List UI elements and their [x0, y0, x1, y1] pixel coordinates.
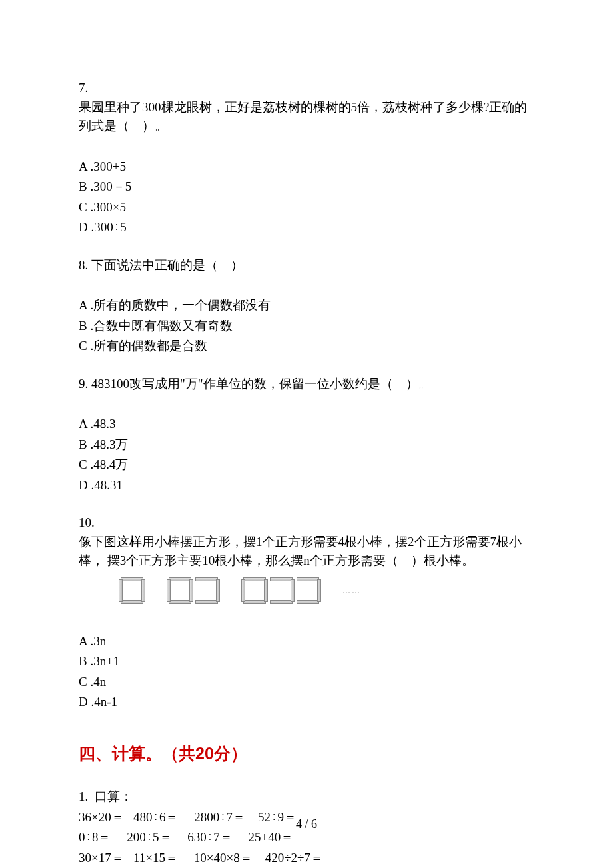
document-page: 7. 果园里种了300棵龙眼树，正好是荔枝树的棵树的5倍，荔枝树种了多少棵?正确…	[0, 0, 613, 868]
square-group-3	[241, 577, 321, 604]
question-8-options: A .所有的质数中，一个偶数都没有 B .合数中既有偶数又有奇数 C .所有的偶…	[79, 296, 537, 356]
page-number: 4 / 6	[0, 815, 613, 833]
question-7-options: A .300+5 B .300－5 C .300×5 D .300÷5	[79, 157, 537, 237]
calc-1-stem: 1. 口算：	[79, 789, 133, 803]
question-10-text: 像下图这样用小棒摆正方形，摆1个正方形需要4根小棒，摆2个正方形需要7根小棒， …	[79, 533, 537, 571]
question-9: 9. 483100改写成用"万"作单位的数，保留一位小数约是（ ）。 A .48…	[79, 375, 537, 495]
question-9-stem: 9. 483100改写成用"万"作单位的数，保留一位小数约是（ ）。	[79, 375, 537, 394]
option-a: A .48.3	[79, 415, 537, 434]
option-c: C .4n	[79, 673, 537, 692]
calc-1-line3: 30×17＝ 11×15＝ 10×40×8＝ 420÷2÷7＝	[79, 851, 323, 865]
square-icon	[268, 577, 295, 604]
option-c: C .300×5	[79, 198, 537, 217]
option-b: B .合数中既有偶数又有奇数	[79, 317, 537, 336]
option-b: B .48.3万	[79, 435, 537, 455]
option-d: D .300÷5	[79, 218, 537, 237]
square-icon	[119, 577, 145, 604]
square-icon	[193, 577, 220, 604]
option-a: A .所有的质数中，一个偶数都没有	[79, 296, 537, 315]
question-10-options: A .3n B .3n+1 C .4n D .4n-1	[79, 632, 537, 712]
question-7-text: 果园里种了300棵龙眼树，正好是荔枝树的棵树的5倍，荔枝树种了多少棵?正确的列式…	[79, 98, 537, 136]
option-a: A .3n	[79, 632, 537, 651]
question-7: 7. 果园里种了300棵龙眼树，正好是荔枝树的棵树的5倍，荔枝树种了多少棵?正确…	[79, 79, 537, 237]
option-d: D .48.31	[79, 476, 537, 495]
question-9-options: A .48.3 B .48.3万 C .48.4万 D .48.31	[79, 415, 537, 495]
question-8-stem: 8. 下面说法中正确的是（ ）	[79, 256, 537, 275]
square-icon	[295, 577, 321, 604]
question-7-number: 7.	[79, 79, 537, 98]
section-4-title: 四、计算。（共20分）	[79, 741, 537, 767]
question-10: 10. 像下图这样用小棒摆正方形，摆1个正方形需要4根小棒，摆2个正方形需要7根…	[79, 513, 537, 712]
square-group-2	[167, 577, 220, 604]
option-c: C .48.4万	[79, 455, 537, 475]
option-c: C .所有的偶数都是合数	[79, 337, 537, 356]
option-b: B .300－5	[79, 177, 537, 197]
question-10-number: 10.	[79, 513, 537, 533]
square-icon	[241, 577, 268, 604]
option-b: B .3n+1	[79, 652, 537, 671]
ellipsis-icon: ……	[342, 585, 361, 597]
square-icon	[167, 577, 193, 604]
square-group-1	[119, 577, 145, 604]
option-a: A .300+5	[79, 157, 537, 177]
option-d: D .4n-1	[79, 693, 537, 712]
question-8: 8. 下面说法中正确的是（ ） A .所有的质数中，一个偶数都没有 B .合数中…	[79, 256, 537, 356]
matchstick-figure: ……	[119, 577, 537, 604]
